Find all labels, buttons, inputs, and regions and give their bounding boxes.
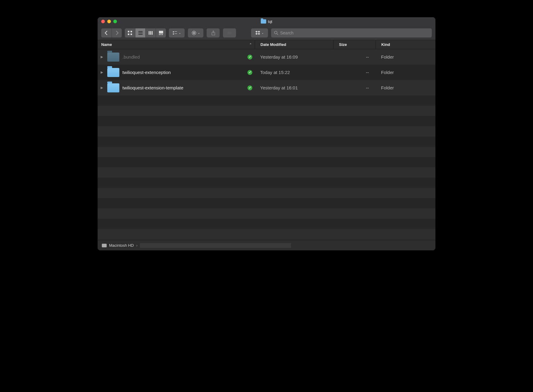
gallery-icon — [159, 31, 163, 35]
svg-rect-1 — [131, 31, 132, 32]
svg-rect-9 — [152, 31, 153, 35]
grid-icon — [128, 31, 132, 35]
nav-buttons — [101, 28, 122, 37]
list-view-button[interactable] — [135, 28, 145, 37]
icon-view-button[interactable] — [125, 28, 135, 37]
window-title: tqt — [98, 19, 435, 24]
chevron-down-icon: ⌄ — [198, 31, 200, 34]
dropbox-button[interactable]: ⌄ — [251, 28, 268, 37]
empty-row — [98, 116, 435, 126]
cell-size: -- — [333, 70, 376, 75]
file-row[interactable]: ▶twilioquest-extension-template✓Yesterda… — [98, 80, 435, 95]
action-button[interactable]: ⌄ — [188, 28, 203, 37]
empty-row — [98, 137, 435, 147]
svg-rect-16 — [173, 34, 174, 34]
toolbar: ⌄ ⌄ ⌄ — [98, 26, 435, 40]
cell-date: Today at 15:22 — [255, 70, 333, 75]
svg-rect-17 — [175, 34, 177, 34]
column-header-name[interactable]: Name ⌃ — [98, 42, 255, 47]
tags-button[interactable] — [223, 28, 236, 37]
empty-row — [98, 198, 435, 208]
svg-rect-13 — [162, 34, 163, 35]
forward-button[interactable] — [111, 28, 122, 37]
cell-kind: Folder — [376, 54, 435, 59]
columns-icon — [148, 31, 153, 35]
folder-icon — [107, 83, 119, 92]
svg-rect-15 — [175, 31, 177, 32]
chevron-left-icon — [104, 31, 109, 35]
path-segment[interactable] — [140, 243, 291, 248]
svg-rect-6 — [138, 34, 143, 35]
folder-icon — [107, 68, 119, 77]
cell-size: -- — [333, 54, 376, 59]
cell-name: ▶.bundled✓ — [98, 53, 255, 62]
search-input[interactable] — [280, 31, 429, 35]
cell-name: ▶twilioquest-extension-template✓ — [98, 83, 255, 92]
cell-name: ▶twilioquest-extenception✓ — [98, 68, 255, 77]
sync-check-icon: ✓ — [247, 55, 252, 59]
svg-point-18 — [193, 32, 195, 34]
chevron-down-icon: ⌄ — [261, 31, 264, 34]
svg-rect-0 — [128, 31, 129, 32]
view-buttons — [125, 28, 166, 37]
file-row[interactable]: ▶.bundled✓Yesterday at 16:09--Folder — [98, 49, 435, 65]
svg-rect-7 — [149, 31, 150, 35]
close-button[interactable] — [101, 20, 105, 23]
gallery-view-button[interactable] — [156, 28, 166, 37]
sort-chevron-icon: ⌃ — [249, 43, 252, 46]
column-label: Date Modified — [260, 42, 286, 47]
chevron-down-icon: ⌄ — [179, 31, 181, 34]
hard-drive-icon — [102, 244, 107, 247]
path-separator: › — [136, 243, 137, 248]
cell-size: -- — [333, 85, 376, 90]
cell-kind: Folder — [376, 85, 435, 90]
column-header-date[interactable]: Date Modified — [255, 40, 333, 49]
svg-line-24 — [195, 34, 195, 34]
folder-icon — [261, 19, 266, 24]
svg-line-25 — [192, 34, 193, 34]
empty-row — [98, 126, 435, 137]
chevron-right-icon — [115, 31, 119, 35]
tag-icon — [227, 31, 232, 35]
path-bar: Macintosh HD › — [98, 240, 435, 250]
svg-rect-5 — [138, 33, 143, 33]
titlebar[interactable]: tqt — [98, 17, 435, 26]
finder-window: tqt — [97, 17, 436, 251]
empty-row — [98, 167, 435, 178]
column-header-kind[interactable]: Kind — [376, 40, 435, 49]
empty-row — [98, 147, 435, 157]
zoom-button[interactable] — [113, 20, 117, 23]
back-button[interactable] — [101, 28, 111, 37]
file-list: ▶.bundled✓Yesterday at 16:09--Folder▶twi… — [98, 49, 435, 240]
cell-kind: Folder — [376, 70, 435, 75]
svg-rect-8 — [150, 31, 151, 35]
column-header-size[interactable]: Size — [333, 40, 376, 49]
svg-line-23 — [192, 31, 193, 32]
empty-row — [98, 178, 435, 188]
file-row[interactable]: ▶twilioquest-extenception✓Today at 15:22… — [98, 65, 435, 80]
share-icon — [211, 31, 216, 35]
disclosure-triangle-icon[interactable]: ▶ — [101, 70, 104, 74]
empty-row — [98, 157, 435, 167]
search-field[interactable] — [271, 28, 432, 37]
minimize-button[interactable] — [107, 20, 111, 23]
svg-point-28 — [274, 31, 277, 34]
dropbox-icon — [255, 31, 260, 35]
disclosure-triangle-icon[interactable]: ▶ — [101, 86, 104, 90]
column-view-button[interactable] — [145, 28, 156, 37]
empty-row — [98, 208, 435, 219]
svg-line-29 — [277, 34, 278, 35]
svg-line-26 — [195, 31, 195, 32]
empty-row — [98, 229, 435, 239]
group-icon — [173, 31, 177, 35]
file-name: twilioquest-extenception — [122, 70, 171, 75]
group-button[interactable]: ⌄ — [169, 28, 185, 37]
svg-rect-14 — [173, 31, 174, 32]
column-label: Kind — [381, 42, 390, 47]
svg-rect-11 — [159, 34, 160, 35]
path-root[interactable]: Macintosh HD — [109, 243, 134, 248]
search-icon — [274, 31, 278, 35]
file-name: .bundled — [122, 54, 140, 59]
disclosure-triangle-icon[interactable]: ▶ — [101, 55, 104, 59]
share-button[interactable] — [206, 28, 220, 37]
